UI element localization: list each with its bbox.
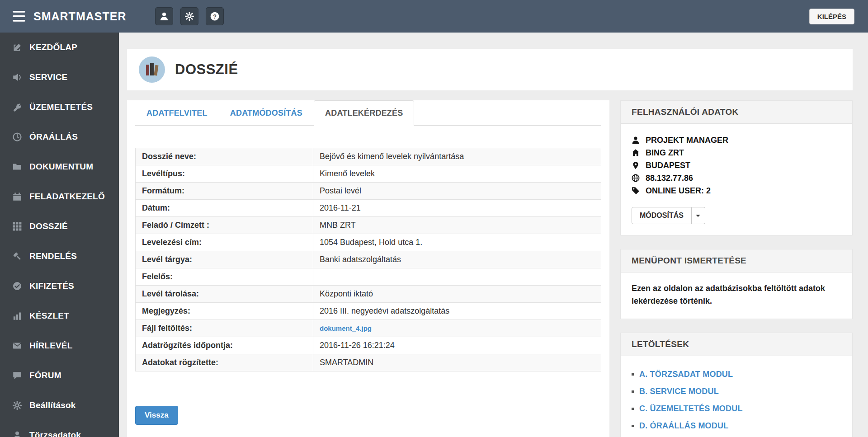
row-label: Adatokat rögzítette:: [136, 354, 313, 371]
comment-icon: [13, 371, 22, 380]
table-row: Levél tárgya: Banki adatszolgáltatás: [136, 251, 601, 268]
sidebar-item-label: Törzsadatok: [29, 430, 81, 437]
content-panel: ADATFELVITEL ADATMÓDOSÍTÁS ADATLEKÉRDEZÉ…: [127, 100, 609, 437]
download-link-service[interactable]: B. SERVICE MODUL: [639, 387, 719, 396]
main-content: DOSSZIÉ ADATFELVITEL ADATMÓDOSÍTÁS ADATL…: [119, 33, 868, 437]
file-download-link[interactable]: dokument_4.jpg: [320, 324, 372, 332]
row-label: Felelős:: [136, 268, 313, 286]
bullet-icon: [632, 390, 634, 393]
gavel-icon: [13, 252, 22, 261]
download-link-uzemeltetes[interactable]: C. ÜZEMELTETÉS MODUL: [639, 404, 743, 414]
bullhorn-icon: [13, 73, 22, 82]
logout-button[interactable]: KILÉPÉS: [809, 9, 854, 24]
user-data-panel: FELHASZNÁLÓI ADATOK PROJEKT MANAGER BING…: [620, 100, 853, 235]
download-link-torzsadat[interactable]: A. TÖRZSADAT MODUL: [639, 370, 733, 379]
sidebar-item-label: DOKUMENTUM: [29, 162, 93, 172]
menu-toggle-icon[interactable]: [13, 11, 25, 22]
menu-info-text: Ezen az oldalon az adatbázisokba feltölt…: [632, 282, 841, 308]
sidebar-item-kifizetes[interactable]: KIFIZETÉS: [0, 271, 119, 301]
sidebar-item-feladatkezelo[interactable]: FELADATKEZELŐ: [0, 182, 119, 211]
download-link-oraallas[interactable]: D. ÓRAÁLLÁS MODUL: [639, 421, 728, 431]
record-table: Dosszié neve: Bejövő és kimenő levelek n…: [135, 148, 601, 371]
user-info-city: BUDAPEST: [632, 159, 841, 172]
user-data-panel-title: FELHASZNÁLÓI ADATOK: [621, 101, 852, 124]
table-row: Dátum: 2016-11-21: [136, 200, 601, 217]
row-label: Megjegyzés:: [136, 303, 313, 320]
sidebar-item-label: SERVICE: [29, 72, 67, 82]
settings-button[interactable]: [180, 7, 198, 25]
row-value: Kimenő levelek: [313, 165, 601, 183]
modify-button[interactable]: MÓDOSÍTÁS: [632, 207, 692, 224]
sidebar-item-label: ÓRAÁLLÁS: [29, 132, 78, 142]
sidebar-item-dokumentum[interactable]: DOKUMENTUM: [0, 152, 119, 182]
envelope-icon: [13, 341, 22, 350]
profile-button[interactable]: [155, 7, 173, 25]
sidebar-item-uzemeltetes[interactable]: ÜZEMELTETÉS: [0, 92, 119, 122]
grid-icon: [13, 222, 22, 231]
sidebar-item-hirlevel[interactable]: HÍRLEVÉL: [0, 331, 119, 361]
sidebar-item-dosszie[interactable]: DOSSZIÉ: [0, 211, 119, 241]
row-label: Levél tárolása:: [136, 286, 313, 303]
row-value: dokument_4.jpg: [313, 320, 601, 337]
sidebar-item-keszlet[interactable]: KÉSZLET: [0, 301, 119, 331]
sidebar-item-oraallas[interactable]: ÓRAÁLLÁS: [0, 122, 119, 152]
row-value: 2016-11-21: [313, 200, 601, 217]
tag-icon: [632, 187, 640, 195]
sidebar-item-torzsadatok[interactable]: Törzsadatok: [0, 420, 119, 437]
user-info-ip: 88.132.77.86: [632, 172, 841, 184]
row-value: 2016-11-26 16:21:24: [313, 337, 601, 354]
page-header: DOSSZIÉ: [127, 49, 853, 90]
sidebar-item-forum[interactable]: FÓRUM: [0, 361, 119, 390]
check-circle-icon: [13, 282, 22, 291]
user-icon: [160, 12, 169, 21]
sidebar-item-beallitasok[interactable]: Beállítások: [0, 390, 119, 420]
table-row: Formátum: Postai levél: [136, 183, 601, 200]
table-row: Fájl feltöltés: dokument_4.jpg: [136, 320, 601, 337]
help-button[interactable]: ?: [206, 7, 224, 25]
row-value: Banki adatszolgáltatás: [313, 251, 601, 268]
download-item: E. DOKUMENTUM MODUL: [632, 435, 841, 437]
sidebar-item-rendeles[interactable]: RENDELÉS: [0, 241, 119, 271]
tab-adatmodositas[interactable]: ADATMÓDOSÍTÁS: [219, 100, 314, 126]
question-circle-icon: ?: [210, 12, 219, 21]
sidebar-item-label: RENDELÉS: [29, 251, 77, 261]
sidebar-item-label: HÍRLEVÉL: [29, 341, 73, 351]
table-row: Adatrögzítés időpontja: 2016-11-26 16:21…: [136, 337, 601, 354]
sidebar-item-kezdolap[interactable]: KEZDŐLAP: [0, 33, 119, 62]
row-value: Bejövő és kimenő levelek nyilvántartása: [313, 148, 601, 165]
download-item: B. SERVICE MODUL: [632, 383, 841, 400]
chevron-down-icon: [696, 215, 700, 217]
tab-adatlekerdezes[interactable]: ADATLEKÉRDEZÉS: [314, 100, 414, 126]
table-row: Adatokat rögzítette: SMARTADMIN: [136, 354, 601, 371]
globe-icon: [632, 174, 640, 182]
user-info-text: BUDAPEST: [646, 161, 690, 170]
gear-icon: [13, 401, 22, 410]
row-value: 2016 III. negyedévi adatszolgáltatás: [313, 303, 601, 320]
edit-icon: [13, 43, 22, 52]
row-label: Dátum:: [136, 200, 313, 217]
user-info-text: PROJEKT MANAGER: [646, 136, 728, 145]
wrench-icon: [13, 103, 22, 112]
table-row: Megjegyzés: 2016 III. negyedévi adatszol…: [136, 303, 601, 320]
topbar-buttons: ?: [155, 7, 224, 25]
modify-button-group: MÓDOSÍTÁS: [632, 207, 705, 224]
row-label: Fájl feltöltés:: [136, 320, 313, 337]
row-label: Formátum:: [136, 183, 313, 200]
table-row: Dosszié neve: Bejövő és kimenő levelek n…: [136, 148, 601, 165]
table-row: Levelezési cím: 1054 Budapest, Hold utca…: [136, 234, 601, 251]
user-info-text: ONLINE USER: 2: [646, 186, 711, 196]
sidebar-item-label: KÉSZLET: [29, 311, 69, 321]
back-button[interactable]: Vissza: [135, 406, 178, 425]
row-value: [313, 268, 601, 286]
page-title: DOSSZIÉ: [175, 61, 238, 78]
menu-info-panel-title: MENÜPONT ISMERTETÉSE: [621, 249, 852, 273]
row-value: Postai levél: [313, 183, 601, 200]
right-column: FELHASZNÁLÓI ADATOK PROJEKT MANAGER BING…: [620, 100, 853, 437]
modify-dropdown-toggle[interactable]: [692, 207, 705, 224]
bullet-icon: [632, 425, 634, 427]
sidebar-item-service[interactable]: SERVICE: [0, 62, 119, 92]
tab-adatfelvitel[interactable]: ADATFELVITEL: [135, 100, 219, 126]
bar-chart-icon: [13, 311, 22, 320]
row-value: MNB ZRT: [313, 217, 601, 234]
bullet-icon: [632, 373, 634, 376]
